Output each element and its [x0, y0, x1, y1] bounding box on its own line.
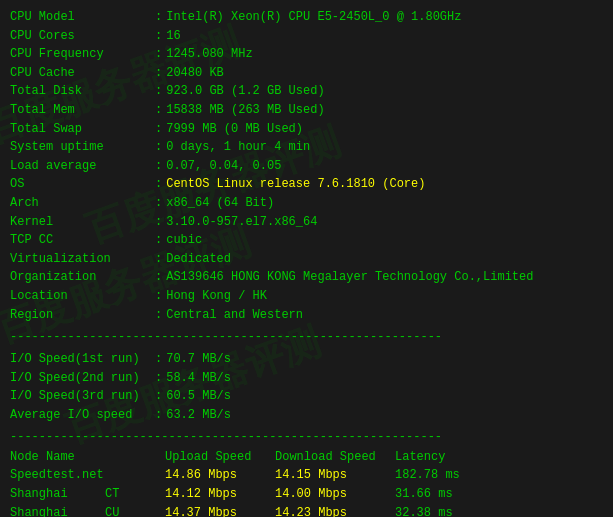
- sysinfo-colon: :: [155, 287, 162, 306]
- sysinfo-row: CPU Frequency: 1245.080 MHz: [10, 45, 603, 64]
- sysinfo-colon: :: [155, 213, 162, 232]
- sysinfo-value: Dedicated: [166, 250, 231, 269]
- sysinfo-colon: :: [155, 268, 162, 287]
- io-colon: :: [155, 350, 162, 369]
- sysinfo-row: Arch: x86_64 (64 Bit): [10, 194, 603, 213]
- sysinfo-label: CPU Model: [10, 8, 155, 27]
- sysinfo-label: OS: [10, 175, 155, 194]
- sysinfo-label: Location: [10, 287, 155, 306]
- table-cell-download: 14.23 Mbps: [275, 504, 395, 517]
- sysinfo-colon: :: [155, 231, 162, 250]
- sysinfo-row: OS: CentOS Linux release 7.6.1810 (Core): [10, 175, 603, 194]
- io-value: 63.2 MB/s: [166, 406, 231, 425]
- header-upload: Upload Speed: [165, 450, 275, 464]
- table-cell-upload: 14.86 Mbps: [165, 466, 275, 485]
- sysinfo-label: TCP CC: [10, 231, 155, 250]
- io-value: 70.7 MB/s: [166, 350, 231, 369]
- table-cell-download: 14.15 Mbps: [275, 466, 395, 485]
- sysinfo-colon: :: [155, 306, 162, 325]
- table-cell-latency: 182.78 ms: [395, 466, 603, 485]
- io-colon: :: [155, 369, 162, 388]
- table-cell-city: CU: [105, 504, 165, 517]
- sysinfo-colon: :: [155, 45, 162, 64]
- table-row: ShanghaiCU14.37 Mbps14.23 Mbps32.38 ms: [10, 504, 603, 517]
- sysinfo-row: Organization: AS139646 HONG KONG Megalay…: [10, 268, 603, 287]
- io-label: I/O Speed(1st run): [10, 350, 155, 369]
- sysinfo-value: x86_64 (64 Bit): [166, 194, 274, 213]
- sysinfo-value: 15838 MB (263 MB Used): [166, 101, 324, 120]
- sysinfo-colon: :: [155, 64, 162, 83]
- sysinfo-value: 0.07, 0.04, 0.05: [166, 157, 281, 176]
- sysinfo-row: CPU Model: Intel(R) Xeon(R) CPU E5-2450L…: [10, 8, 603, 27]
- sysinfo-value: 3.10.0-957.el7.x86_64: [166, 213, 317, 232]
- speed-table: Node Name Upload Speed Download Speed La…: [10, 450, 603, 517]
- table-cell-latency: 32.38 ms: [395, 504, 603, 517]
- sysinfo-colon: :: [155, 138, 162, 157]
- sysinfo-label: Kernel: [10, 213, 155, 232]
- table-cell-node: Speedtest.net: [10, 466, 105, 485]
- io-label: Average I/O speed: [10, 406, 155, 425]
- sysinfo-row: Total Disk: 923.0 GB (1.2 GB Used): [10, 82, 603, 101]
- sysinfo-value: CentOS Linux release 7.6.1810 (Core): [166, 175, 425, 194]
- sysinfo-value: 0 days, 1 hour 4 min: [166, 138, 310, 157]
- table-header-row: Node Name Upload Speed Download Speed La…: [10, 450, 603, 464]
- sysinfo-label: Total Disk: [10, 82, 155, 101]
- table-cell-node: Shanghai: [10, 485, 105, 504]
- sysinfo-section: CPU Model: Intel(R) Xeon(R) CPU E5-2450L…: [10, 8, 603, 324]
- sysinfo-label: CPU Cache: [10, 64, 155, 83]
- sysinfo-row: TCP CC: cubic: [10, 231, 603, 250]
- sysinfo-row: Total Swap: 7999 MB (0 MB Used): [10, 120, 603, 139]
- table-cell-node: Shanghai: [10, 504, 105, 517]
- sysinfo-label: Region: [10, 306, 155, 325]
- divider-1: ----------------------------------------…: [10, 330, 603, 344]
- sysinfo-row: Total Mem: 15838 MB (263 MB Used): [10, 101, 603, 120]
- header-download: Download Speed: [275, 450, 395, 464]
- sysinfo-label: Organization: [10, 268, 155, 287]
- sysinfo-colon: :: [155, 8, 162, 27]
- sysinfo-colon: :: [155, 120, 162, 139]
- table-cell-city: [105, 466, 165, 485]
- sysinfo-row: Kernel: 3.10.0-957.el7.x86_64: [10, 213, 603, 232]
- io-value: 58.4 MB/s: [166, 369, 231, 388]
- sysinfo-colon: :: [155, 82, 162, 101]
- sysinfo-row: Region: Central and Western: [10, 306, 603, 325]
- sysinfo-label: System uptime: [10, 138, 155, 157]
- io-row: I/O Speed(3rd run): 60.5 MB/s: [10, 387, 603, 406]
- sysinfo-row: System uptime: 0 days, 1 hour 4 min: [10, 138, 603, 157]
- sysinfo-row: Location: Hong Kong / HK: [10, 287, 603, 306]
- table-body: Speedtest.net14.86 Mbps14.15 Mbps182.78 …: [10, 466, 603, 517]
- sysinfo-row: CPU Cores: 16: [10, 27, 603, 46]
- sysinfo-colon: :: [155, 250, 162, 269]
- sysinfo-value: 7999 MB (0 MB Used): [166, 120, 303, 139]
- sysinfo-label: Total Mem: [10, 101, 155, 120]
- sysinfo-value: cubic: [166, 231, 202, 250]
- sysinfo-label: Total Swap: [10, 120, 155, 139]
- io-section: I/O Speed(1st run): 70.7 MB/sI/O Speed(2…: [10, 350, 603, 424]
- sysinfo-label: Arch: [10, 194, 155, 213]
- sysinfo-value: 20480 KB: [166, 64, 224, 83]
- table-cell-city: CT: [105, 485, 165, 504]
- sysinfo-row: Virtualization: Dedicated: [10, 250, 603, 269]
- sysinfo-value: Hong Kong / HK: [166, 287, 267, 306]
- sysinfo-value: AS139646 HONG KONG Megalayer Technology …: [166, 268, 533, 287]
- header-city: [105, 450, 165, 464]
- io-label: I/O Speed(2nd run): [10, 369, 155, 388]
- sysinfo-value: 16: [166, 27, 180, 46]
- sysinfo-label: Virtualization: [10, 250, 155, 269]
- table-cell-download: 14.00 Mbps: [275, 485, 395, 504]
- table-row: Speedtest.net14.86 Mbps14.15 Mbps182.78 …: [10, 466, 603, 485]
- io-label: I/O Speed(3rd run): [10, 387, 155, 406]
- sysinfo-colon: :: [155, 27, 162, 46]
- sysinfo-value: Central and Western: [166, 306, 303, 325]
- sysinfo-label: CPU Cores: [10, 27, 155, 46]
- sysinfo-row: Load average: 0.07, 0.04, 0.05: [10, 157, 603, 176]
- io-row: Average I/O speed: 63.2 MB/s: [10, 406, 603, 425]
- table-cell-upload: 14.37 Mbps: [165, 504, 275, 517]
- sysinfo-row: CPU Cache: 20480 KB: [10, 64, 603, 83]
- main-content: CPU Model: Intel(R) Xeon(R) CPU E5-2450L…: [10, 8, 603, 517]
- table-cell-latency: 31.66 ms: [395, 485, 603, 504]
- table-cell-upload: 14.12 Mbps: [165, 485, 275, 504]
- header-latency: Latency: [395, 450, 603, 464]
- sysinfo-label: Load average: [10, 157, 155, 176]
- io-colon: :: [155, 406, 162, 425]
